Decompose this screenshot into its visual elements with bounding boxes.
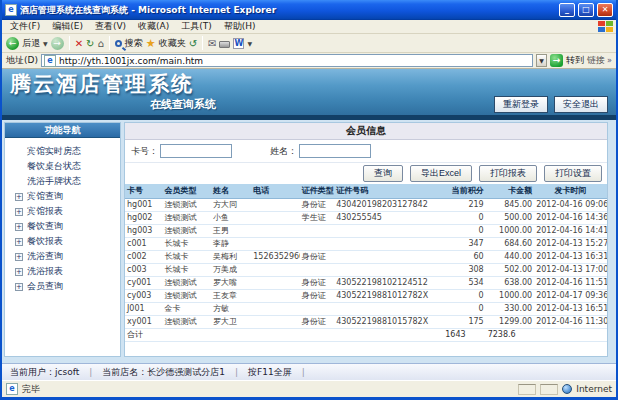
table-cell: hg003 [125, 224, 162, 237]
column-header-2[interactable]: 姓名 [211, 184, 251, 198]
print-report-button[interactable]: 打印报表 [479, 165, 537, 182]
forward-icon[interactable]: → [51, 37, 64, 50]
sidebar-item-7[interactable]: +洗浴查询 [5, 249, 120, 264]
table-cell: 王男 [211, 224, 251, 237]
sidebar-item-3[interactable]: +宾馆查询 [5, 189, 120, 204]
card-number-input[interactable] [160, 144, 232, 158]
column-header-8[interactable]: 发卡时间 [534, 184, 607, 198]
security-zone: Internet [576, 384, 612, 394]
menu-item-5[interactable]: 帮助(H) [218, 20, 262, 33]
menu-item-2[interactable]: 查看(V) [89, 20, 132, 33]
links-area[interactable]: 链接 » [587, 54, 612, 67]
stop-icon[interactable]: ✕ [75, 37, 83, 50]
maximize-button[interactable]: □ [578, 3, 594, 17]
column-header-5[interactable]: 证件号码 [334, 184, 443, 198]
export-excel-button[interactable]: 导出Excel [410, 165, 472, 182]
table-row[interactable]: J001金卡方敏0330.002012-04-13 16:51 [125, 302, 607, 315]
menu-item-3[interactable]: 收藏(A) [132, 20, 175, 33]
ie-window: e 酒店管理系统在线查询系统 - Microsoft Internet Expl… [0, 0, 618, 400]
refresh-icon[interactable]: ↻ [86, 37, 94, 50]
table-cell: cy001 [125, 276, 162, 289]
go-label[interactable]: 转到 [566, 54, 584, 67]
minimize-button[interactable]: _ [559, 3, 575, 17]
name-input[interactable] [299, 144, 371, 158]
mail-icon[interactable]: ✉ [208, 37, 216, 50]
status-panel [540, 384, 558, 395]
sidebar-item-0[interactable]: 宾馆实时房态 [5, 144, 120, 159]
table-row[interactable]: hg002连锁测试小鱼学生证4302555450500.002012-04-16… [125, 211, 607, 224]
table-row[interactable]: xy001连锁测试罗大卫身份证43052219881015782X1751299… [125, 315, 607, 328]
table-cell [251, 289, 300, 302]
menu-item-4[interactable]: 工具(T) [175, 20, 218, 33]
column-header-4[interactable]: 证件类型 [300, 184, 334, 198]
expand-plus-icon[interactable]: + [15, 238, 23, 246]
table-cell: 身份证 [300, 198, 334, 211]
menu-item-0[interactable]: 文件(F) [4, 20, 46, 33]
address-input[interactable] [59, 55, 530, 66]
sidebar-item-1[interactable]: 餐饮桌台状态 [5, 159, 120, 174]
table-row[interactable]: c003长城卡万美成308502.002012-04-13 17:00 [125, 263, 607, 276]
sidebar-item-label: 餐饮桌台状态 [27, 160, 81, 173]
table-row[interactable]: c002长城卡吴梅利15263529663身份证60440.002012-04-… [125, 250, 607, 263]
table-cell: 连锁测试 [162, 315, 211, 328]
logout-button[interactable]: 安全退出 [554, 96, 608, 113]
print-settings-button[interactable]: 打印设置 [544, 165, 602, 182]
table-cell [300, 224, 334, 237]
back-icon[interactable]: ← [6, 37, 19, 50]
back-label[interactable]: 后退 [22, 37, 40, 50]
favorites-label[interactable]: 收藏夹 [159, 37, 186, 50]
table-cell: c003 [125, 263, 162, 276]
address-dropdown-icon[interactable]: ▼ [536, 54, 547, 67]
sidebar-item-2[interactable]: 洗浴手牌状态 [5, 174, 120, 189]
search-label[interactable]: 搜索 [125, 37, 143, 50]
sidebar-item-8[interactable]: +洗浴报表 [5, 264, 120, 279]
column-header-7[interactable]: 卡金额 [486, 184, 535, 198]
sidebar-item-9[interactable]: +会员查询 [5, 279, 120, 294]
table-row[interactable]: cy003连锁测试王友章身份证43052219881012782X01000.0… [125, 289, 607, 302]
favorites-star-icon[interactable]: ★ [146, 37, 156, 50]
expand-plus-icon[interactable]: + [15, 208, 23, 216]
go-icon[interactable]: → [550, 54, 563, 67]
column-header-3[interactable]: 电话 [251, 184, 300, 198]
sidebar-item-6[interactable]: +餐饮报表 [5, 234, 120, 249]
expand-plus-icon[interactable]: + [15, 268, 23, 276]
table-cell: 连锁测试 [162, 276, 211, 289]
titlebar[interactable]: e 酒店管理系统在线查询系统 - Microsoft Internet Expl… [2, 0, 616, 20]
total-cell: 1643 [443, 328, 485, 341]
expand-plus-icon[interactable]: + [15, 223, 23, 231]
table-cell: 身份证 [300, 250, 334, 263]
table-row[interactable]: cy001连锁测试罗大嘴身份证430522198102124512534638.… [125, 276, 607, 289]
toolbar-more-icon[interactable]: ▼ [247, 40, 252, 47]
column-header-6[interactable]: 当前积分 [443, 184, 485, 198]
sidebar-item-4[interactable]: +宾馆报表 [5, 204, 120, 219]
column-header-0[interactable]: 卡号 [125, 184, 162, 198]
table-cell [334, 263, 443, 276]
table-row[interactable]: hg001连锁测试方大同身份证430420198203127842219845.… [125, 198, 607, 211]
table-cell: 身份证 [300, 289, 334, 302]
search-icon[interactable] [115, 40, 122, 47]
relogin-button[interactable]: 重新登录 [494, 96, 548, 113]
expand-plus-icon[interactable]: + [15, 283, 23, 291]
expand-plus-icon[interactable]: + [15, 253, 23, 261]
print-icon[interactable] [219, 41, 230, 48]
table-row[interactable]: hg003连锁测试王男01000.002012-04-16 14:41 [125, 224, 607, 237]
table-cell: 330.00 [486, 302, 535, 315]
table-cell: 金卡 [162, 302, 211, 315]
menu-item-1[interactable]: 编辑(E) [46, 20, 89, 33]
content-area: 功能导航 宾馆实时房态餐饮桌台状态洗浴手牌状态+宾馆查询+宾馆报表+餐饮查询+餐… [2, 120, 616, 363]
table-cell: 万美成 [211, 263, 251, 276]
query-button[interactable]: 查询 [363, 165, 403, 182]
expand-plus-icon[interactable]: + [15, 193, 23, 201]
edit-word-icon[interactable]: W [233, 38, 244, 49]
column-header-1[interactable]: 会员类型 [162, 184, 211, 198]
table-row[interactable]: c001长城卡李静347684.602012-04-13 15:27 [125, 237, 607, 250]
table-cell: 2012-04-13 16:31 [534, 250, 607, 263]
history-icon[interactable]: ↺ [189, 37, 197, 50]
sidebar-item-5[interactable]: +餐饮查询 [5, 219, 120, 234]
table-cell: 430255545 [334, 211, 443, 224]
total-cell: 合计 [125, 328, 162, 341]
home-icon[interactable]: ⌂ [97, 37, 103, 50]
close-button[interactable]: ✕ [597, 3, 613, 17]
back-dropdown-icon[interactable]: ▼ [43, 40, 48, 47]
statusbar: e 完毕 Internet [2, 380, 616, 397]
